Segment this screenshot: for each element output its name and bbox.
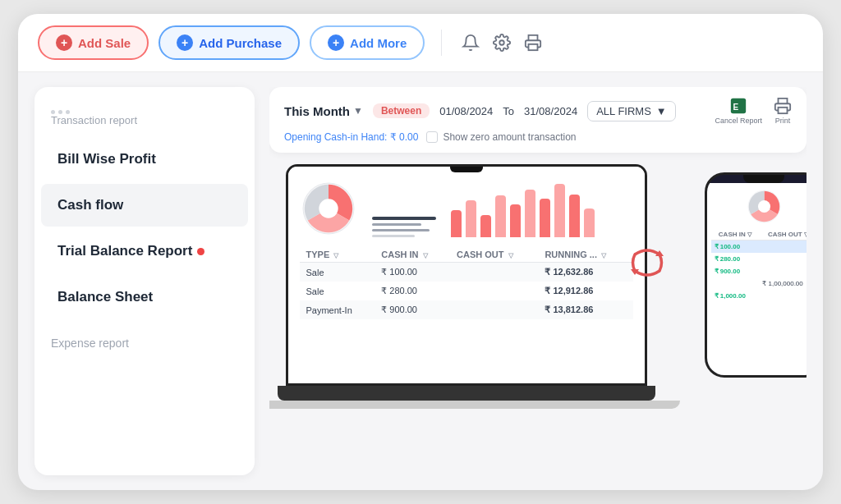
bars-area [372,217,436,237]
sidebar-section2-title: Expense report [34,323,255,350]
phone-cell-cashin: ₹ 1,000.00 [711,290,760,302]
phone-cell-cashout [759,290,807,302]
bell-icon-button[interactable] [462,34,480,52]
filter-between-tag: Between [373,103,430,118]
svg-point-6 [319,199,338,218]
gear-icon [493,34,511,52]
phone-cell-cashout [759,265,807,277]
filter-firms-selector[interactable]: ALL FIRMS ▼ [587,101,676,121]
screen-table: TYPE ▽ CASH IN ▽ CASH OUT ▽ RUNNING ... … [300,247,633,319]
col-bar-0 [451,210,462,237]
col-bar-9 [584,208,595,237]
print-report-icon-button[interactable]: Print [774,97,792,125]
phone-cell-cashin: ₹ 100.00 [711,241,760,254]
opening-cash-text: Opening Cash-in Hand: ₹ 0.00 [284,131,418,143]
col-header-cashin: CASH IN ▽ [375,247,450,263]
add-purchase-label: Add Purchase [199,36,282,50]
filter-month-label: This Month [284,104,350,118]
app-container: + Add Sale + Add Purchase + Add More [18,14,823,490]
print-icon-button[interactable] [524,34,542,52]
svg-rect-4 [779,108,788,113]
filter-month-selector[interactable]: This Month ▼ [284,104,363,118]
plus-icon-sale: + [56,34,72,51]
printer-report-icon [774,97,792,115]
cell-cashin: ₹ 900.00 [375,300,450,319]
add-purchase-button[interactable]: + Add Purchase [159,25,300,60]
add-more-button[interactable]: + Add More [310,25,425,60]
phone-cell-cashin: ₹ 280.00 [711,253,760,265]
show-zero-checkbox-label[interactable]: Show zero amount transaction [426,131,576,143]
settings-icon-button[interactable] [493,34,511,52]
table-row: Payment-In ₹ 900.00 ₹ 13,812.86 [300,300,633,319]
phone-cell-cashout [759,253,807,265]
col-bar-6 [540,199,550,237]
chevron-down-icon: ▼ [353,105,363,117]
col-bar-2 [480,215,491,237]
sync-icon [623,238,672,287]
filter-date-to[interactable]: 31/08/2024 [524,105,577,117]
toolbar-divider [441,30,442,56]
sidebar-item-bill-wise-profit[interactable]: Bill Wise Profit [41,138,248,181]
cell-cashin: ₹ 100.00 [375,263,450,282]
cell-cashout [450,282,538,300]
filter-date-from[interactable]: 01/08/2024 [439,105,493,117]
filter-row1: This Month ▼ Between 01/08/2024 To 31/08… [284,97,792,125]
cell-running: ₹ 12,912.86 [538,282,632,300]
main-content: Transaction report Bill Wise Profit Cash… [18,72,823,490]
col-header-running: RUNNING ... ▽ [538,247,632,263]
sidebar-item-balance-sheet[interactable]: Balance Sheet [41,276,248,318]
svg-point-10 [758,200,770,213]
laptop-illustration: TYPE ▽ CASH IN ▽ CASH OUT ▽ RUNNING ... … [269,164,680,409]
add-sale-button[interactable]: + Add Sale [38,25,149,60]
cell-cashin: ₹ 280.00 [375,282,450,300]
screen-content: TYPE ▽ CASH IN ▽ CASH OUT ▽ RUNNING ... … [288,167,645,383]
laptop-base [278,386,655,401]
sidebar: Transaction report Bill Wise Profit Cash… [34,87,255,475]
phone-cell-cashout [759,241,807,254]
show-zero-checkbox[interactable] [426,131,438,143]
toolbar-icon-group [462,34,542,52]
filter-to-label: To [503,105,514,117]
col-bar-8 [569,195,580,237]
phone-table-row: ₹ 280.00 [711,253,807,265]
phone-table-row: ₹ 1,000.00 [711,290,807,302]
phone-col-cashin: CASH IN ▽ [711,229,760,241]
chevron-down-icon-firms: ▼ [656,105,667,117]
cell-running: ₹ 13,812.86 [538,300,632,319]
show-zero-label: Show zero amount transaction [443,131,576,143]
phone-cell-cashin [711,277,760,290]
svg-rect-1 [529,44,538,50]
col-bar-4 [510,204,521,237]
bell-icon [462,34,480,52]
col-bar-1 [466,200,476,237]
col-bar-7 [554,184,565,237]
cell-cashout [450,300,538,319]
add-sale-label: Add Sale [78,36,131,50]
filter-firms-label: ALL FIRMS [596,105,651,117]
col-bar-3 [495,195,506,237]
add-more-label: Add More [350,36,407,50]
phone-pie-area [711,188,807,225]
sidebar-item-trial-balance[interactable]: Trial Balance Report [41,230,248,273]
phone-table: CASH IN ▽ CASH OUT ▽ ₹ 100.00 ₹ 280.00 ₹… [711,229,807,302]
illustration-area: TYPE ▽ CASH IN ▽ CASH OUT ▽ RUNNING ... … [269,164,807,475]
svg-point-0 [499,40,504,45]
sidebar-item-cash-flow[interactable]: Cash flow [41,184,248,227]
sync-arrow [623,238,672,287]
phone-screen: CASH IN ▽ CASH OUT ▽ ₹ 100.00 ₹ 280.00 ₹… [707,183,807,375]
phone-cell-cashin: ₹ 900.00 [711,265,760,277]
svg-text:E: E [733,103,739,112]
filter-bar: This Month ▼ Between 01/08/2024 To 31/08… [269,87,807,153]
phone-table-row: ₹ 1,00,000.00 [711,277,807,290]
column-chart [451,180,595,237]
phone-pie-chart [746,188,783,225]
sidebar-item-label: Balance Sheet [57,289,153,305]
excel-export-icon-button[interactable]: E Cancel Report [715,97,762,125]
red-dot-indicator [197,248,205,255]
filter-action-icons: E Cancel Report Print [715,97,792,125]
cell-type: Sale [300,282,375,300]
phone-col-cashout: CASH OUT ▽ [759,229,807,241]
cell-type: Payment-In [300,300,375,319]
sidebar-item-label: Cash flow [57,197,123,213]
phone-table-row: ₹ 900.00 [711,265,807,277]
